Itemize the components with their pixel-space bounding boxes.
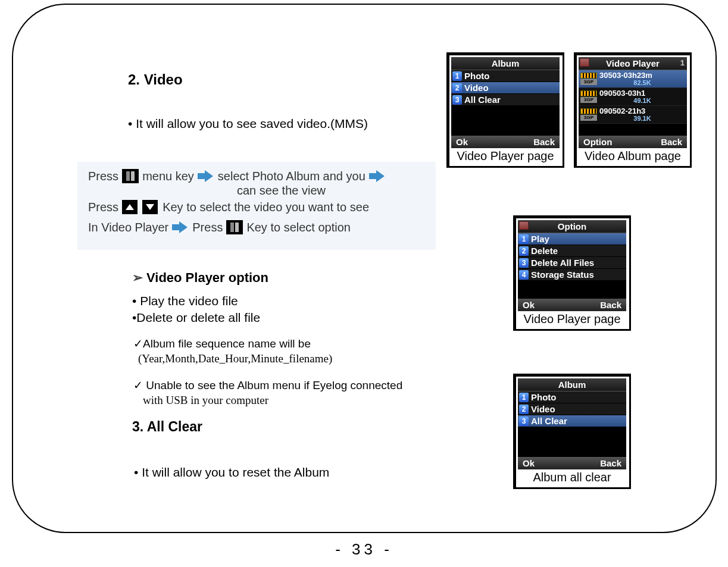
film-3gp-icon: 3GP (580, 108, 597, 121)
heading-all-clear: 3. All Clear (132, 419, 202, 435)
softkey-back[interactable]: Back (600, 300, 621, 310)
page-number: - 33 - (0, 540, 728, 559)
menu-item-number: 2 (519, 405, 529, 414)
video-intro: • It will allow you to see saved video.(… (128, 117, 368, 131)
menu-item-number: 4 (519, 270, 529, 280)
menu-item-label: Delete (531, 246, 558, 256)
subheading-video-player-option: ➢Video Player option (132, 270, 268, 286)
video-file-name: 30503-03h23m (599, 71, 685, 79)
triangle-bullet-icon: ➢ (132, 270, 143, 285)
menu-item-number: 3 (452, 95, 462, 105)
menu-item-number: 3 (519, 416, 529, 426)
video-file-name: 090503-03h1 (599, 89, 685, 97)
softkey-ok[interactable]: Ok (523, 300, 535, 310)
menu-item-label: Photo (531, 392, 557, 402)
menu-item[interactable]: 3Delete All Files (518, 257, 626, 269)
down-key-icon (142, 200, 158, 214)
menu-item[interactable]: 2Video (518, 403, 626, 415)
video-file-size: 82.5K (599, 79, 685, 86)
menu-key-icon (122, 169, 139, 183)
heading-video: 2. Video (128, 71, 183, 88)
menu-item-label: Delete All Files (531, 258, 594, 268)
note-filename-format-line2: (Year,Month,Date_Hour,Minute_filename) (138, 352, 332, 365)
menu-item-label: Video (531, 404, 555, 414)
menu-item-label: Storage Status (531, 270, 594, 280)
menu-item[interactable]: 4Storage Status (518, 269, 626, 281)
instr-text: menu key (142, 168, 194, 184)
note-usb-line2: with USB in your computer (143, 394, 268, 407)
phone-title: Album (451, 57, 560, 70)
video-file-size: 49.1K (599, 97, 685, 104)
menu-item[interactable]: 3All Clear (518, 415, 626, 427)
softkey-ok[interactable]: Ok (456, 137, 468, 147)
instr-text: Press (192, 219, 223, 236)
option-play: • Play the video file (132, 294, 238, 308)
menu-item[interactable]: 1Photo (451, 70, 560, 82)
phone-title: Option (518, 220, 626, 233)
video-file-item[interactable]: 3GP090503-03h149.1K (579, 88, 687, 106)
menu-item-label: All Clear (464, 95, 501, 105)
phone-title: Album (518, 378, 626, 391)
phone-caption: Video Player page (518, 311, 626, 326)
menu-item[interactable]: 2Delete (518, 245, 626, 257)
menu-item-label: All Clear (531, 416, 567, 426)
instr-text: Key to select option (246, 219, 351, 236)
softkey-back[interactable]: Back (533, 137, 555, 147)
softkey-option[interactable]: Option (583, 137, 612, 147)
phone-caption: Video Player page (451, 148, 560, 163)
video-file-size: 39.1K (599, 115, 685, 122)
softkey-ok[interactable]: Ok (523, 458, 535, 468)
arrow-right-icon (369, 170, 386, 182)
option-delete: •Delete or delete all file (132, 311, 260, 325)
menu-item[interactable]: 2Video (451, 82, 560, 94)
phone-video-player-list: Video Player 1 3GP30503-03h23m82.5K3GP09… (574, 52, 692, 168)
instr-text: In Video Player (88, 219, 168, 236)
record-icon (519, 221, 529, 230)
softkey-back[interactable]: Back (661, 137, 682, 147)
phone-caption: Video Album page (579, 148, 687, 163)
menu-item[interactable]: 3All Clear (451, 94, 560, 106)
menu-item-number: 3 (519, 258, 529, 268)
phone-option-menu: Option 1Play2Delete3Delete All Files4Sto… (513, 215, 631, 331)
instr-text: Key to select the video you want to see (163, 199, 369, 215)
video-file-name: 090502-21h3 (599, 107, 685, 115)
video-file-item[interactable]: 3GP090502-21h339.1K (579, 106, 687, 124)
instr-text: can see the view (237, 182, 326, 199)
phone-album-allclear: Album 1Photo2Video3All Clear Ok Back Alb… (513, 374, 631, 489)
phone-title: Video Player 1 (579, 57, 687, 70)
menu-item-number: 1 (519, 393, 529, 402)
file-count: 1 (680, 58, 685, 67)
menu-item-number: 1 (519, 234, 529, 244)
film-3gp-icon: 3GP (580, 73, 597, 85)
note-filename-format: ✓Album file sequence name will be (133, 337, 311, 350)
arrow-right-icon (172, 221, 189, 233)
menu-item-number: 1 (452, 71, 462, 81)
menu-item[interactable]: 1Photo (518, 391, 626, 403)
menu-item-label: Video (464, 83, 489, 93)
up-key-icon (122, 200, 138, 214)
menu-item[interactable]: 1Play (518, 233, 626, 245)
instr-text: Press (88, 199, 118, 215)
instruction-box: Press menu key select Photo Album and yo… (77, 162, 436, 250)
softkey-back[interactable]: Back (600, 458, 621, 468)
menu-item-label: Photo (464, 71, 490, 81)
menu-item-number: 2 (519, 246, 529, 256)
menu-item-label: Play (531, 234, 549, 244)
all-clear-intro: • It will allow you to reset the Album (134, 465, 329, 480)
phone-album-video: Album 1Photo2Video3All Clear Ok Back Vid… (446, 52, 564, 168)
instr-text: Press (88, 168, 118, 184)
video-file-item[interactable]: 3GP30503-03h23m82.5K (579, 70, 687, 88)
film-3gp-icon: 3GP (580, 90, 597, 103)
phone-caption: Album all clear (518, 469, 626, 484)
menu-item-number: 2 (452, 83, 462, 93)
menu-key-icon (226, 220, 243, 234)
arrow-right-icon (198, 170, 214, 182)
note-usb: ✓ Unable to see the Album menu if Eyelog… (133, 378, 402, 392)
record-icon (580, 58, 589, 67)
